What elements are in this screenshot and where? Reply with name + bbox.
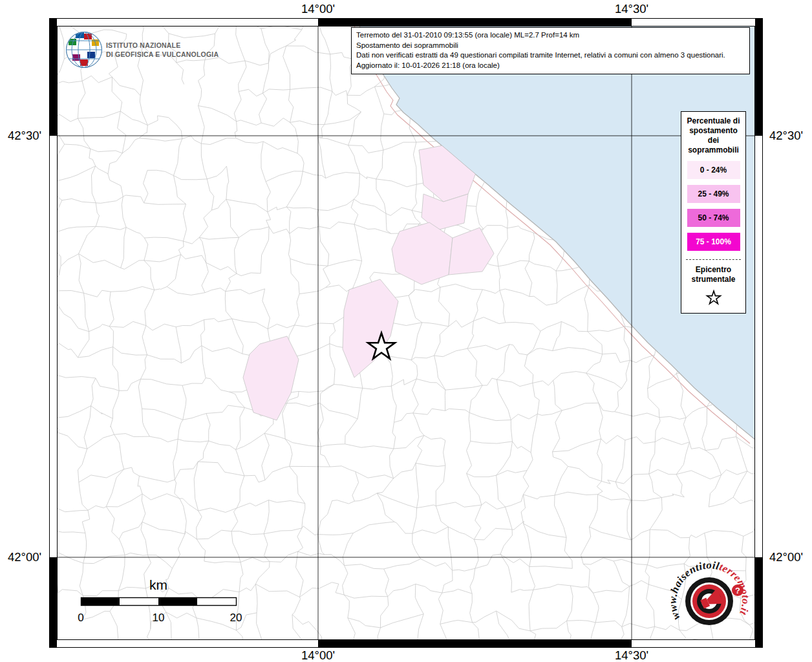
scale-tick-20: 20	[230, 612, 242, 624]
axis-label-bottom-right: 14°30'	[615, 648, 648, 662]
epicenter-star-icon	[704, 288, 723, 307]
earthquake-info-box: Terremoto del 31-01-2010 09:13:55 (ora l…	[351, 27, 750, 74]
info-line-updated: Aggiornato il: 10-01-2026 21:18 (ora loc…	[356, 61, 745, 71]
earthquake-map-page: km 0 10 20	[0, 0, 812, 662]
scale-tick-0: 0	[78, 612, 83, 624]
axis-label-left-bottom: 42°00'	[1, 550, 41, 564]
legend-title: Percentuale di spostamento dei soprammob…	[687, 116, 741, 155]
axis-label-bottom-left: 14°00'	[301, 648, 335, 662]
axis-label-right-top: 42°30'	[769, 129, 803, 143]
legend-epicenter-label: Epicentro strumentale	[688, 265, 740, 284]
scale-tick-10: 10	[153, 612, 165, 624]
axis-label-right-bottom: 42°00'	[769, 550, 803, 564]
legend-swatch: 25 - 49%	[687, 185, 740, 203]
info-line-disclaimer: Dati non verificati estratti da 49 quest…	[356, 50, 745, 61]
legend-swatch: 50 - 74%	[687, 209, 740, 227]
ingv-line-1: ISTITUTO NAZIONALE	[106, 41, 219, 50]
legend-separator	[686, 259, 741, 260]
scale-unit-label: km	[149, 577, 167, 592]
legend-swatch: 0 - 24%	[687, 161, 740, 179]
info-line-effect: Spostamento dei soprammobili	[356, 41, 745, 51]
ingv-logo-text: ISTITUTO NAZIONALE DI GEOFISICA E VULCAN…	[106, 41, 219, 59]
info-line-event: Terremoto del 31-01-2010 09:13:55 (ora l…	[356, 30, 745, 41]
ingv-logo-globe-icon	[67, 32, 102, 68]
axis-label-left-top: 42°30'	[1, 129, 41, 143]
axis-label-top-left: 14°00'	[301, 2, 335, 16]
legend-box: Percentuale di spostamento dei soprammob…	[681, 111, 746, 314]
map-canvas: km 0 10 20	[0, 0, 812, 662]
legend-swatch: 75 - 100%	[687, 233, 740, 251]
ingv-line-2: DI GEOFISICA E VULCANOLOGIA	[106, 50, 219, 59]
axis-label-top-right: 14°30'	[615, 2, 648, 16]
